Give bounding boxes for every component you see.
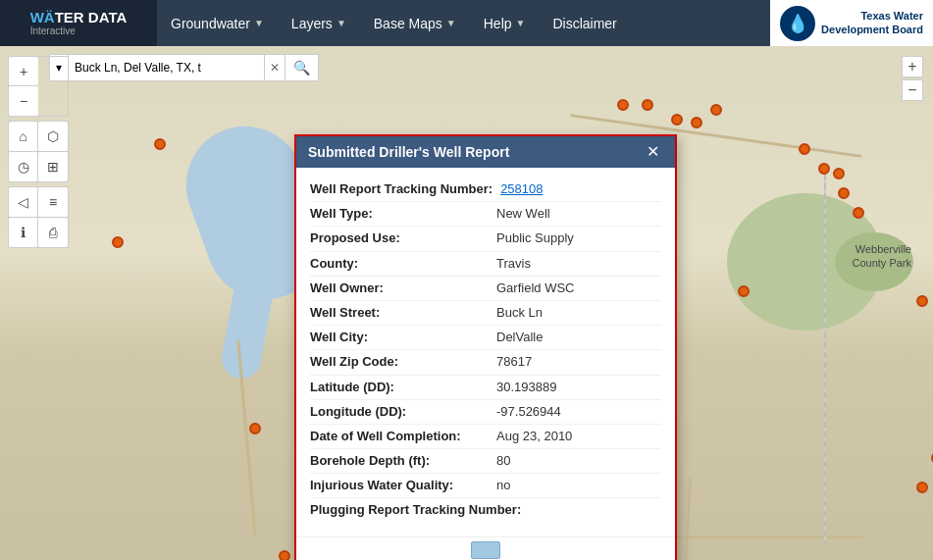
nav-basemaps[interactable]: Base Maps ▼ (360, 0, 470, 46)
popup-field-label: Well Zip Code: (310, 353, 496, 371)
map-marker[interactable] (853, 207, 864, 219)
nav-disclaimer-label: Disclaimer (552, 16, 616, 31)
popup-field-label: Well Street: (310, 304, 496, 322)
map-zoom-in-button[interactable]: + (9, 57, 38, 86)
popup-row: Latitude (DD):30.193889 (310, 376, 661, 400)
map-marker[interactable] (249, 423, 261, 434)
map-marker[interactable] (838, 187, 850, 199)
twdb-text: Texas Water Development Board (821, 10, 923, 35)
nav-disclaimer[interactable]: Disclaimer (539, 0, 630, 46)
well-report-popup: Submitted Driller's Well Report ✕ Well R… (294, 134, 677, 560)
popup-field-label: Plugging Report Tracking Number: (310, 501, 529, 519)
search-go-button[interactable]: 🔍 (285, 54, 319, 81)
print-button[interactable]: ⎙ (38, 218, 68, 247)
search-input[interactable] (68, 54, 264, 81)
nav-help[interactable]: Help ▼ (470, 0, 540, 46)
zoom-in-button[interactable]: + (902, 56, 923, 77)
popup-field-label: Longitude (DD): (310, 403, 496, 421)
map-marker[interactable] (710, 104, 722, 116)
zoom-button-group: + − (8, 56, 69, 117)
lasso-button[interactable]: ⬡ (38, 122, 68, 151)
popup-row: Injurious Water Quality:no (310, 474, 661, 498)
zoom-controls: + − (902, 56, 923, 103)
popup-tracking-link[interactable]: 258108 (500, 181, 543, 196)
back-button[interactable]: ◁ (9, 187, 38, 217)
popup-row: Well City:DelValle (310, 326, 661, 350)
zoom-out-button[interactable]: − (902, 79, 923, 101)
popup-row: Well Street:Buck Ln (310, 301, 661, 326)
popup-field-value: 78617 (496, 353, 532, 371)
map-marker[interactable] (112, 236, 124, 248)
popup-row: Well Owner:Garfield WSC (310, 277, 661, 301)
map-marker[interactable] (833, 168, 845, 179)
map-marker[interactable] (916, 482, 928, 493)
park-area-2 (835, 232, 913, 291)
map-marker[interactable] (671, 114, 683, 126)
popup-field-value: Garfield WSC (496, 280, 574, 297)
popup-title: Submitted Driller's Well Report (308, 144, 509, 160)
grid-button[interactable]: ⊞ (38, 152, 68, 181)
popup-row: County:Travis (310, 252, 661, 277)
nav-groundwater[interactable]: Groundwater ▼ (157, 0, 278, 46)
nav-help-label: Help (484, 16, 512, 31)
popup-field-value: no (496, 477, 510, 494)
nav-tools-row1: ⌂ ⬡ (9, 122, 68, 151)
nav-groundwater-arrow: ▼ (254, 18, 264, 28)
popup-close-button[interactable]: ✕ (643, 144, 663, 160)
info-button[interactable]: ℹ (9, 218, 38, 247)
map-marker[interactable] (154, 138, 166, 150)
popup-field-value: 80 (496, 452, 510, 470)
popup-field-label: Latitude (DD): (310, 379, 496, 396)
map-marker[interactable] (617, 99, 629, 111)
nav-layers-label: Layers (291, 16, 333, 31)
search-icon: 🔍 (293, 60, 310, 76)
popup-field-value: Aug 23, 2010 (496, 428, 572, 445)
popup-field-label: Injurious Water Quality: (310, 477, 496, 494)
popup-row: Longitude (DD):-97.526944 (310, 400, 661, 425)
map-zoom-out-button[interactable]: − (9, 86, 38, 116)
logo-subtitle: Interactive (30, 25, 128, 36)
search-bar: ▾ ✕ 🔍 (49, 54, 319, 81)
nav-tools-group: ⌂ ⬡ ◷ ⊞ (8, 121, 69, 182)
popup-row: Well Report Tracking Number:258108 (310, 178, 661, 202)
popup-scroll-indicator (296, 536, 675, 560)
map-marker[interactable] (799, 143, 810, 155)
scroll-thumb[interactable] (471, 541, 500, 559)
popup-row: Well Zip Code:78617 (310, 350, 661, 375)
twdb-line1: Texas Water (821, 10, 923, 23)
clock-button[interactable]: ◷ (9, 152, 38, 181)
layers-button[interactable]: ≡ (38, 187, 68, 217)
popup-field-label: County: (310, 255, 496, 273)
app-logo[interactable]: WÄTER DATA Interactive (0, 0, 157, 46)
nav-layers[interactable]: Layers ▼ (278, 0, 360, 46)
map[interactable]: + − WebbervilleCounty Park Dry Cre Buck … (0, 46, 933, 560)
popup-field-label: Well Report Tracking Number: (310, 180, 500, 198)
popup-field-label: Well Type: (310, 205, 496, 223)
popup-field-value: DelValle (496, 329, 543, 346)
home-button[interactable]: ⌂ (9, 122, 38, 151)
popup-row: Proposed Use:Public Supply (310, 227, 661, 251)
popup-row: Borehole Depth (ft):80 (310, 449, 661, 474)
search-clear-button[interactable]: ✕ (264, 54, 285, 81)
left-toolbar: + − ⌂ ⬡ ◷ ⊞ ◁ ≡ ℹ ⎙ (8, 56, 69, 248)
nav-help-arrow: ▼ (516, 18, 526, 28)
map-marker[interactable] (691, 117, 702, 128)
nav-tools-row2: ◷ ⊞ (9, 151, 68, 181)
nav-items: Groundwater ▼ Layers ▼ Base Maps ▼ Help … (157, 0, 770, 46)
map-marker[interactable] (818, 163, 830, 175)
popup-field-value[interactable]: 258108 (500, 180, 543, 198)
nav-groundwater-label: Groundwater (171, 16, 250, 31)
popup-field-value: -97.526944 (496, 403, 561, 421)
popup-field-value: 30.193889 (496, 379, 556, 396)
popup-field-value: Travis (496, 255, 531, 273)
map-marker[interactable] (279, 550, 290, 560)
popup-row: Date of Well Completion:Aug 23, 2010 (310, 425, 661, 449)
popup-field-label: Well City: (310, 329, 496, 346)
map-marker[interactable] (738, 285, 750, 297)
popup-field-value: Public Supply (496, 229, 574, 247)
twdb-logo: 💧 Texas Water Development Board (770, 0, 933, 46)
map-marker[interactable] (916, 295, 928, 307)
map-marker[interactable] (642, 99, 653, 111)
nav-basemaps-label: Base Maps (374, 16, 442, 31)
popup-field-label: Borehole Depth (ft): (310, 452, 496, 470)
